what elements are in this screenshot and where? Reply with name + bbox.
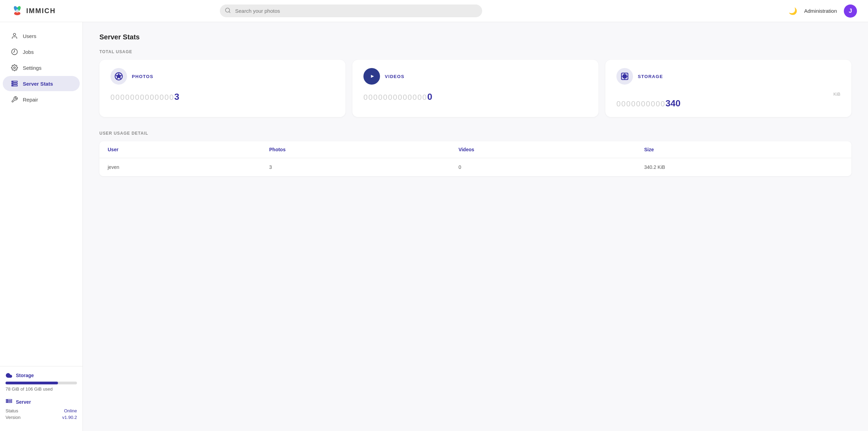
photos-card-title: PHOTOS [132,74,153,79]
server-section: Server Status Online Version v1.90.2 [0,394,82,425]
photos-value: 3 [174,92,179,102]
logo-text: IMMICH [26,7,56,15]
row-size: 340.2 KiB [636,158,851,176]
svg-point-21 [7,400,8,400]
stat-cards: PHOTOS 0000000000000 3 VIDEOS [99,60,851,117]
sidebar-item-users-label: Users [23,33,36,39]
sidebar-item-repair[interactable]: Repair [3,92,80,107]
storage-label: Storage [6,372,77,379]
sidebar-item-server-stats-label: Server Stats [23,81,53,87]
page-title: Server Stats [99,33,851,41]
storage-value-area: 0000000000 340 [616,98,840,109]
sidebar: Users Jobs Settings Se [0,22,83,431]
svg-point-7 [16,9,19,13]
row-user: jeven [99,158,261,176]
settings-icon [11,64,18,71]
svg-point-16 [12,81,13,82]
videos-zeros: 0000000000000 [363,93,427,102]
layout: Users Jobs Settings Se [0,22,868,187]
dark-mode-button[interactable]: 🌙 [789,7,797,15]
photos-card: PHOTOS 0000000000000 3 [99,60,345,117]
storage-icon-wrap [616,68,633,85]
sidebar-item-jobs[interactable]: Jobs [3,44,80,59]
videos-icon [367,72,376,81]
sidebar-item-settings-label: Settings [23,65,41,71]
storage-icon [620,71,630,81]
search-icon [225,7,231,15]
videos-value: 0 [427,92,432,102]
storage-text: 78 GiB of 106 GiB used [6,386,77,392]
total-usage-label: TOTAL USAGE [99,49,851,54]
photos-icon [114,71,124,81]
server-stats-icon [11,80,18,87]
sidebar-storage: Storage 78 GiB of 106 GiB used [0,366,82,394]
table-row: jeven 3 0 340.2 KiB [99,158,851,176]
sidebar-item-settings[interactable]: Settings [3,60,80,75]
storage-value: 340 [665,98,680,109]
server-version-row: Version v1.90.2 [6,415,77,420]
col-user: User [99,141,261,158]
storage-card-title: STORAGE [638,74,663,79]
avatar[interactable]: J [844,4,857,18]
user-usage-label: USER USAGE DETAIL [99,131,851,136]
sidebar-item-server-stats[interactable]: Server Stats [3,76,80,91]
photos-zeros: 0000000000000 [110,93,174,102]
cloud-icon [6,372,12,379]
usage-table: User Photos Videos Size jeven 3 0 340.2 … [99,141,851,176]
search-input[interactable] [220,4,482,17]
row-photos: 3 [261,158,450,176]
sidebar-nav: Users Jobs Settings Se [0,28,82,361]
user-usage-section: User Photos Videos Size jeven 3 0 340.2 … [99,141,851,176]
col-videos: Videos [450,141,636,158]
jobs-icon [11,48,18,55]
videos-card: VIDEOS 0000000000000 0 [352,60,598,117]
server-icon [6,399,12,405]
server-label: Server [6,399,77,405]
storage-zeros: 0000000000 [616,99,665,108]
photos-icon-wrap [110,68,127,85]
svg-rect-27 [623,75,626,78]
row-videos: 0 [450,158,636,176]
sidebar-item-jobs-label: Jobs [23,49,34,55]
svg-point-17 [12,83,13,84]
user-icon [11,32,18,39]
svg-point-12 [14,67,16,69]
svg-point-10 [13,33,16,36]
photos-value-area: 0000000000000 3 [110,92,334,102]
svg-point-18 [12,85,13,86]
admin-link[interactable]: Administration [804,8,837,14]
storage-bar [6,382,77,384]
sidebar-item-users[interactable]: Users [3,28,80,44]
main-content: Server Stats TOTAL USAGE PHOTOS [83,22,868,187]
storage-card: STORAGE KiB 0000000000 340 [605,60,851,117]
sidebar-item-repair-label: Repair [23,97,38,103]
svg-point-22 [7,402,8,402]
repair-icon [11,96,18,103]
logo-icon [11,5,23,17]
table-header-row: User Photos Videos Size [99,141,851,158]
videos-icon-wrap [363,68,380,85]
svg-line-9 [229,11,230,12]
logo[interactable]: IMMICH [11,5,56,17]
header-right: 🌙 Administration J [789,4,857,18]
header: IMMICH 🌙 Administration J [0,0,868,22]
videos-value-area: 0000000000000 0 [363,92,587,102]
storage-unit: KiB [616,92,840,97]
col-size: Size [636,141,851,158]
server-status-row: Status Online [6,408,77,413]
videos-card-title: VIDEOS [385,74,404,79]
storage-bar-fill [6,382,58,384]
search-bar [220,4,482,17]
col-photos: Photos [261,141,450,158]
